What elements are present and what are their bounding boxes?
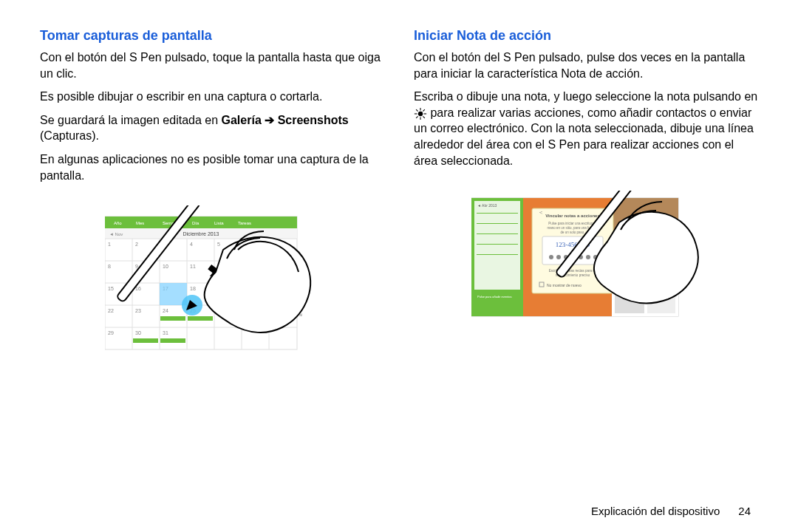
note-checkbox: No mostrar de nuevo bbox=[547, 283, 582, 287]
svg-rect-68 bbox=[477, 223, 518, 224]
right-p2: Escriba o dibuje una nota, y luego selec… bbox=[414, 89, 758, 168]
footer-page: 24 bbox=[738, 505, 751, 517]
svg-text:24: 24 bbox=[163, 308, 168, 313]
note-l3: de un solo paso. bbox=[560, 231, 584, 234]
left-title: Tomar capturas de pantalla bbox=[40, 28, 384, 44]
left-p4: En algunas aplicaciones no es posible to… bbox=[40, 151, 384, 183]
tab-tasks: Tareas bbox=[238, 221, 251, 225]
svg-rect-40 bbox=[160, 316, 185, 321]
tab-year: Año bbox=[114, 221, 122, 225]
svg-rect-67 bbox=[477, 213, 518, 214]
selection-icon bbox=[414, 106, 427, 119]
svg-rect-49 bbox=[133, 338, 158, 343]
svg-line-61 bbox=[423, 116, 424, 117]
left-figure: Año Mes Semana Día Lista Tareas ◄ Nov Di… bbox=[40, 205, 384, 353]
svg-rect-69 bbox=[477, 233, 518, 234]
svg-rect-50 bbox=[160, 338, 185, 343]
svg-text:11: 11 bbox=[190, 264, 196, 269]
left-p3a: Se guardará la imagen editada en bbox=[40, 114, 222, 126]
right-p2a: Escriba o dibuje una nota, y luego selec… bbox=[414, 90, 757, 103]
right-figure: ◄ Abr 2013 Pulse para añadir eventos Ope… bbox=[414, 191, 758, 324]
svg-rect-66 bbox=[474, 201, 520, 290]
svg-text:8: 8 bbox=[108, 264, 111, 269]
svg-text:＜: ＜ bbox=[538, 209, 544, 216]
tab-day: Día bbox=[192, 221, 200, 225]
svg-text:9: 9 bbox=[135, 264, 138, 269]
page-footer: Explicación del dispositivo 24 bbox=[40, 490, 758, 517]
svg-text:30: 30 bbox=[135, 330, 141, 335]
svg-line-63 bbox=[416, 116, 417, 117]
svg-point-85 bbox=[556, 255, 561, 259]
tab-list: Lista bbox=[214, 221, 224, 225]
note-tip1: Escriba en líneas rectas para un bbox=[549, 269, 597, 273]
svg-text:2: 2 bbox=[135, 242, 138, 247]
left-p3: Se guardará la imagen editada en Galería… bbox=[40, 112, 384, 144]
right-p2b: para realizar varias acciones, como añad… bbox=[414, 106, 754, 167]
gallery-label: Galería bbox=[222, 114, 262, 126]
svg-rect-1 bbox=[105, 216, 297, 228]
svg-text:29: 29 bbox=[108, 330, 114, 335]
tab-month: Mes bbox=[136, 221, 144, 225]
screenshots-label: Screenshots bbox=[278, 114, 349, 126]
svg-text:◄ Abr 2013: ◄ Abr 2013 bbox=[477, 203, 497, 208]
svg-text:4: 4 bbox=[190, 242, 193, 247]
calendar-header: Diciembre 2013 bbox=[183, 231, 219, 236]
svg-text:1: 1 bbox=[108, 242, 111, 247]
arrow-icon: ➔ bbox=[262, 114, 278, 126]
left-column: Tomar capturas de pantalla Con el botón … bbox=[40, 28, 384, 490]
svg-rect-70 bbox=[477, 244, 518, 245]
note-title: Vincular notas a acciones bbox=[545, 214, 600, 218]
footer-section: Explicación del dispositivo bbox=[591, 505, 720, 517]
left-p1: Con el botón del S Pen pulsado, toque la… bbox=[40, 50, 384, 81]
svg-text:10: 10 bbox=[163, 264, 168, 269]
svg-text:15: 15 bbox=[108, 286, 114, 291]
left-p2: Es posible dibujar o escribir en una cap… bbox=[40, 89, 384, 105]
svg-point-55 bbox=[418, 112, 422, 115]
svg-text:18: 18 bbox=[190, 286, 196, 291]
svg-point-89 bbox=[586, 255, 590, 259]
svg-rect-71 bbox=[477, 254, 518, 255]
svg-text:22: 22 bbox=[108, 308, 114, 313]
right-p1: Con el botón del S Pen pulsado, pulse do… bbox=[414, 50, 758, 81]
svg-rect-42 bbox=[188, 316, 213, 321]
svg-text:Pulse para añadir eventos: Pulse para añadir eventos bbox=[477, 295, 511, 299]
left-p3b: (Capturas). bbox=[40, 129, 99, 142]
note-l1: Pulse para iniciar una escritura a bbox=[548, 222, 597, 225]
svg-text:5: 5 bbox=[217, 242, 220, 247]
right-column: Iniciar Nota de acción Con el botón del … bbox=[414, 28, 758, 490]
svg-line-60 bbox=[416, 109, 417, 111]
svg-point-84 bbox=[549, 255, 553, 259]
svg-text:◄ Nov: ◄ Nov bbox=[109, 232, 123, 236]
svg-text:23: 23 bbox=[135, 308, 141, 313]
right-title: Iniciar Nota de acción bbox=[414, 28, 758, 44]
svg-line-62 bbox=[423, 109, 424, 111]
svg-text:31: 31 bbox=[163, 330, 168, 335]
